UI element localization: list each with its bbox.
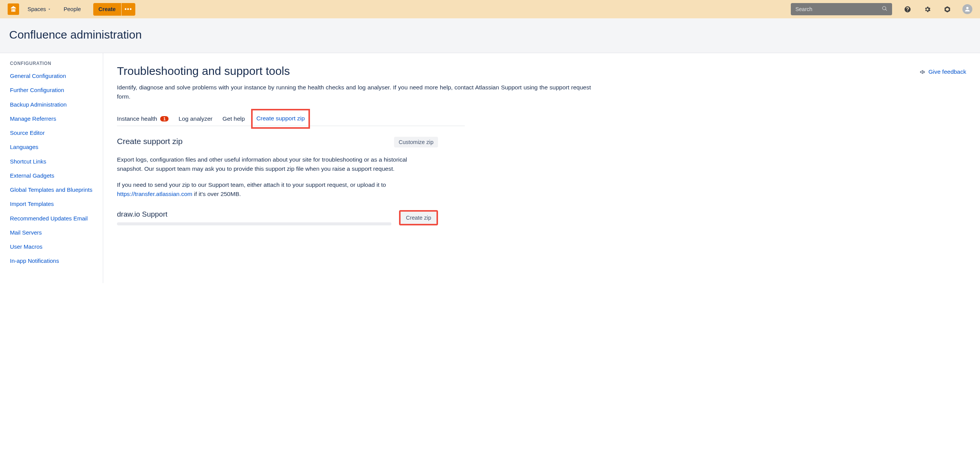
- give-feedback-link[interactable]: Give feedback: [920, 68, 966, 75]
- create-more-button[interactable]: •••: [122, 3, 135, 16]
- chevron-down-icon: [47, 7, 51, 11]
- search-icon: [882, 6, 888, 13]
- page-header: Confluence administration: [0, 18, 980, 53]
- create-button-label: Create: [99, 6, 116, 12]
- sidebar-item-mail-servers[interactable]: Mail Servers: [10, 229, 95, 236]
- main-description: Identify, diagnose and solve problems wi…: [117, 83, 591, 101]
- zip-p2-suffix: if it's over 250MB.: [192, 191, 241, 197]
- top-nav: Spaces People Create •••: [0, 0, 980, 18]
- progress-bar: [117, 222, 391, 225]
- sidebar-item-source-editor[interactable]: Source Editor: [10, 129, 95, 137]
- nav-spaces[interactable]: Spaces: [24, 3, 55, 15]
- sidebar: CONFIGURATION General Configuration Furt…: [0, 53, 103, 283]
- section-heading: Create support zip: [117, 137, 183, 146]
- give-feedback-label: Give feedback: [928, 68, 966, 75]
- zip-p2-prefix: If you need to send your zip to our Supp…: [117, 181, 386, 188]
- sidebar-item-user-macros[interactable]: User Macros: [10, 243, 95, 251]
- tab-log-analyzer[interactable]: Log analyzer: [178, 112, 213, 126]
- sidebar-item-import-templates[interactable]: Import Templates: [10, 200, 95, 208]
- megaphone-icon: [920, 69, 926, 75]
- tab-log-analyzer-label: Log analyzer: [178, 115, 213, 122]
- tab-instance-health-label: Instance health: [117, 115, 157, 122]
- tab-get-help-label: Get help: [222, 115, 245, 122]
- customize-zip-button[interactable]: Customize zip: [394, 137, 438, 147]
- search-box[interactable]: [791, 3, 892, 15]
- sidebar-section-title: CONFIGURATION: [10, 61, 95, 66]
- sidebar-item-external-gadgets[interactable]: External Gadgets: [10, 172, 95, 180]
- app-name: draw.io Support: [117, 210, 391, 219]
- tab-badge: 1: [160, 116, 169, 121]
- sidebar-item-languages[interactable]: Languages: [10, 143, 95, 151]
- tab-instance-health[interactable]: Instance health 1: [117, 112, 169, 126]
- main-content: Give feedback Troubleshooting and suppor…: [103, 53, 980, 283]
- gear-icon[interactable]: [923, 5, 932, 14]
- main-title: Troubleshooting and support tools: [117, 65, 591, 78]
- zip-paragraph-2: If you need to send your zip to our Supp…: [117, 180, 430, 199]
- notifications-icon[interactable]: [943, 5, 952, 14]
- sidebar-item-in-app-notifications[interactable]: In-app Notifications: [10, 257, 95, 265]
- ellipsis-icon: •••: [125, 6, 132, 13]
- sidebar-item-manage-referrers[interactable]: Manage Referrers: [10, 115, 95, 123]
- app-support-row: draw.io Support Create zip: [117, 210, 438, 225]
- page-title: Confluence administration: [9, 28, 971, 41]
- tab-get-help[interactable]: Get help: [222, 112, 245, 126]
- sidebar-item-backup-administration[interactable]: Backup Administration: [10, 101, 95, 108]
- sidebar-item-global-templates-and-blueprints[interactable]: Global Templates and Blueprints: [10, 186, 95, 194]
- nav-people[interactable]: People: [60, 3, 84, 15]
- create-button[interactable]: Create: [93, 3, 121, 16]
- zip-paragraph-1: Export logs, configuration files and oth…: [117, 155, 430, 173]
- sidebar-item-general-configuration[interactable]: General Configuration: [10, 72, 95, 80]
- help-icon[interactable]: [903, 5, 912, 14]
- nav-spaces-label: Spaces: [28, 6, 46, 12]
- avatar[interactable]: [962, 4, 972, 14]
- app-logo[interactable]: [8, 3, 19, 15]
- tabs: Instance health 1 Log analyzer Get help …: [117, 112, 465, 126]
- sidebar-item-recommended-updates-email[interactable]: Recommended Updates Email: [10, 215, 95, 222]
- tab-create-support-zip[interactable]: Create support zip: [251, 109, 310, 129]
- sidebar-item-shortcut-links[interactable]: Shortcut Links: [10, 158, 95, 165]
- tab-create-support-zip-label: Create support zip: [256, 115, 305, 122]
- sidebar-item-further-configuration[interactable]: Further Configuration: [10, 86, 95, 94]
- create-zip-button[interactable]: Create zip: [399, 210, 438, 225]
- search-input[interactable]: [795, 6, 878, 12]
- transfer-link[interactable]: https://transfer.atlassian.com: [117, 191, 192, 197]
